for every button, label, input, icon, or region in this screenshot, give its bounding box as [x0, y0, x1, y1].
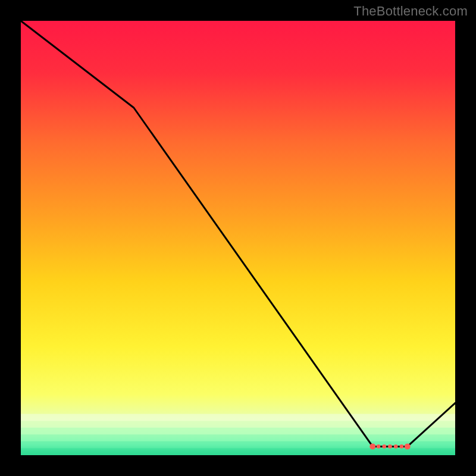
svg-point-9 — [388, 444, 392, 449]
svg-point-12 — [405, 443, 411, 449]
svg-rect-2 — [21, 428, 455, 435]
svg-point-10 — [394, 444, 398, 449]
gradient-background — [21, 21, 455, 455]
svg-rect-5 — [21, 448, 455, 455]
svg-point-8 — [382, 444, 386, 449]
ideal-zone-bands — [21, 414, 455, 455]
svg-rect-3 — [21, 434, 455, 441]
chart-svg — [21, 21, 455, 455]
svg-rect-0 — [21, 414, 455, 421]
watermark-text: TheBottleneck.com — [353, 4, 468, 19]
svg-rect-1 — [21, 421, 455, 428]
plot-area — [21, 21, 455, 455]
svg-point-7 — [377, 444, 381, 449]
chart-frame: TheBottleneck.com — [0, 0, 476, 476]
svg-point-6 — [369, 443, 375, 449]
svg-point-11 — [400, 444, 404, 449]
